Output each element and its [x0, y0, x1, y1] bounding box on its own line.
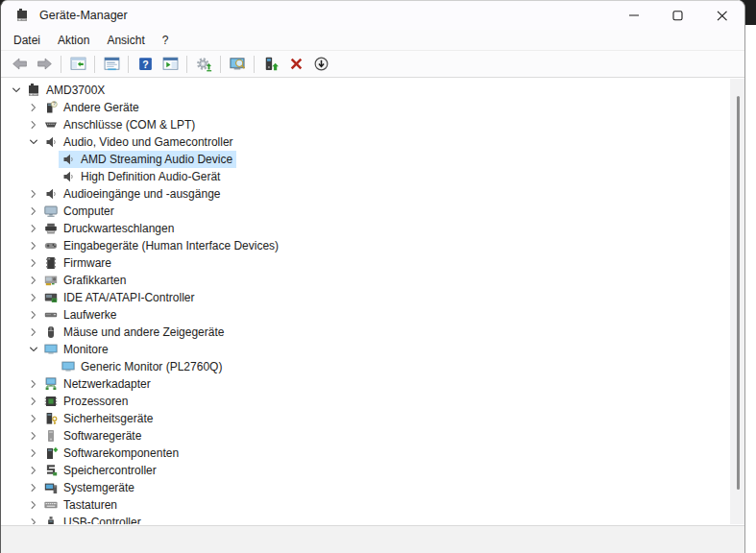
- tree-item-andere-gerate[interactable]: ?Andere Geräte: [1, 99, 730, 116]
- close-button[interactable]: [700, 1, 744, 30]
- tree-item-mause-und-andere-zeigegerate[interactable]: Mäuse und andere Zeigegeräte: [1, 324, 730, 341]
- chevron-right-icon[interactable]: [26, 307, 41, 323]
- minimize-button[interactable]: [612, 1, 656, 30]
- back-button[interactable]: [7, 53, 32, 76]
- ide-controller-icon: [43, 290, 59, 305]
- tree-item-softwarekomponenten[interactable]: Softwarekomponenten: [1, 445, 730, 462]
- tree-item-speichercontroller[interactable]: Speichercontroller: [1, 462, 730, 479]
- tree-item-ide-ata-atapi-controller[interactable]: IDE ATA/ATAPI-Controller: [1, 289, 730, 306]
- tree-item-prozessoren[interactable]: Prozessoren: [1, 393, 730, 410]
- title-bar[interactable]: Geräte-Manager: [1, 1, 744, 30]
- maximize-icon: [672, 11, 684, 21]
- scrollbar-thumb[interactable]: [737, 96, 740, 490]
- chevron-right-icon[interactable]: [26, 376, 41, 392]
- usb-plug-icon: [43, 515, 59, 524]
- chevron-right-icon[interactable]: [26, 186, 41, 202]
- chevron-right-icon[interactable]: [26, 411, 41, 426]
- tree-item-label: Speichercontroller: [63, 464, 157, 477]
- tree-item-label: Prozessoren: [63, 395, 128, 408]
- menu-item-ansicht[interactable]: Ansicht: [98, 32, 153, 49]
- chevron-right-icon[interactable]: [26, 394, 41, 409]
- show-hide-action-pane-button[interactable]: [158, 53, 183, 76]
- chevron-down-icon[interactable]: [26, 342, 41, 357]
- chevron-right-icon[interactable]: [26, 221, 41, 236]
- chevron-right-icon[interactable]: [26, 515, 41, 524]
- chevron-right-icon[interactable]: [26, 238, 41, 253]
- vertical-scrollbar[interactable]: [730, 79, 745, 524]
- update-driver-button[interactable]: [258, 53, 283, 76]
- gamepad-icon: [43, 238, 59, 253]
- chevron-right-icon: [28, 257, 39, 269]
- chevron-right-icon[interactable]: [26, 497, 41, 513]
- tree-item-amd3700x[interactable]: AMD3700X: [1, 82, 730, 99]
- menu-item-datei[interactable]: Datei: [5, 32, 49, 49]
- tree-item-eingabegerate-human-interface-devices[interactable]: Eingabegeräte (Human Interface Devices): [1, 237, 730, 254]
- tree-item-grafikkarten[interactable]: Grafikkarten: [1, 272, 730, 289]
- tree-item-monitore[interactable]: Monitore: [1, 341, 730, 358]
- speaker-icon: [43, 134, 59, 150]
- gpu-card-icon: [43, 273, 59, 288]
- tree-item-amd-streaming-audio-device[interactable]: AMD Streaming Audio Device: [1, 151, 730, 168]
- tree-item-anschlusse-com-lpt[interactable]: Anschlüsse (COM & LPT): [1, 116, 730, 133]
- search-computer-button[interactable]: [225, 53, 250, 76]
- row-content: Speichercontroller: [41, 462, 160, 479]
- tree-item-high-definition-audio-gerat[interactable]: High Definition Audio-Gerät: [1, 168, 730, 185]
- tree-item-laufwerke[interactable]: Laufwerke: [1, 306, 730, 324]
- chevron-right-icon[interactable]: [26, 273, 41, 288]
- menu-item-help[interactable]: ?: [154, 32, 178, 49]
- row-content: Tastaturen: [41, 496, 121, 514]
- forward-button[interactable]: [32, 53, 57, 76]
- properties-button[interactable]: [99, 53, 124, 76]
- disable-device-button[interactable]: [308, 53, 333, 76]
- chevron-right-icon[interactable]: [26, 325, 41, 340]
- tree-item-audio-video-und-gamecontroller[interactable]: Audio, Video und Gamecontroller: [1, 133, 730, 151]
- tree-item-sicherheitsgerate[interactable]: Sicherheitsgeräte: [1, 410, 730, 427]
- device-manager-window: Geräte-Manager DateiAktionAnsicht? ? AMD…: [0, 0, 745, 553]
- tree-item-systemgerate[interactable]: Systemgeräte: [1, 479, 730, 496]
- tree-item-audioeingange-und-ausgange[interactable]: Audioeingänge und -ausgänge: [1, 185, 730, 203]
- scan-for-hardware-changes-button[interactable]: [191, 53, 216, 76]
- tree-item-label: USB-Controller: [63, 516, 141, 524]
- printer-icon: [43, 221, 59, 236]
- tree-item-softwaregerate[interactable]: Softwaregeräte: [1, 427, 730, 445]
- chevron-right-icon: [28, 465, 39, 476]
- tree-item-tastaturen[interactable]: Tastaturen: [1, 496, 730, 514]
- chevron-right-icon[interactable]: [26, 463, 41, 478]
- chevron-right-icon[interactable]: [26, 480, 41, 495]
- chevron-right-icon[interactable]: [26, 100, 41, 115]
- chevron-right-icon[interactable]: [26, 204, 41, 219]
- show-hide-console-tree-button[interactable]: [65, 53, 90, 76]
- chevron-right-icon[interactable]: [26, 255, 41, 271]
- tree-item-usb-controller[interactable]: USB-Controller: [1, 514, 730, 524]
- app-icon: [14, 8, 30, 23]
- window-controls: [612, 1, 744, 30]
- speaker-icon: [61, 152, 76, 167]
- chevron-down-icon: [28, 136, 39, 148]
- tree-item-label: Grafikkarten: [63, 274, 126, 287]
- row-content: Mäuse und andere Zeigegeräte: [41, 324, 228, 341]
- chevron-right-icon[interactable]: [26, 117, 41, 132]
- help-button[interactable]: ?: [133, 53, 158, 76]
- tree-item-computer[interactable]: Computer: [1, 203, 730, 220]
- tree-item-netzwerkadapter[interactable]: Netzwerkadapter: [1, 375, 730, 393]
- device-tree-panel: AMD3700X?Andere GeräteAnschlüsse (COM & …: [1, 79, 745, 524]
- menu-item-aktion[interactable]: Aktion: [49, 32, 98, 49]
- row-content: AMD3700X: [24, 82, 109, 99]
- chevron-right-icon[interactable]: [26, 428, 41, 444]
- uninstall-device-button[interactable]: [283, 53, 308, 76]
- chevron-right-icon[interactable]: [26, 445, 41, 461]
- row-content: Prozessoren: [41, 393, 132, 410]
- tree-item-generic-monitor-pl2760q[interactable]: Generic Monitor (PL2760Q): [1, 358, 730, 375]
- row-content: Grafikkarten: [41, 272, 130, 289]
- chevron-down-icon[interactable]: [9, 83, 24, 98]
- chevron-right-icon[interactable]: [26, 290, 41, 305]
- maximize-button[interactable]: [656, 1, 700, 30]
- speaker-icon: [61, 169, 76, 184]
- tree-item-label: Eingabegeräte (Human Interface Devices): [63, 239, 279, 252]
- row-content: Druckwarteschlangen: [41, 220, 178, 237]
- tree-item-druckwarteschlangen[interactable]: Druckwarteschlangen: [1, 220, 730, 237]
- row-content: USB-Controller: [41, 514, 145, 524]
- toolbar-separator: [254, 56, 255, 73]
- chevron-down-icon[interactable]: [26, 134, 41, 150]
- tree-item-firmware[interactable]: Firmware: [1, 254, 730, 272]
